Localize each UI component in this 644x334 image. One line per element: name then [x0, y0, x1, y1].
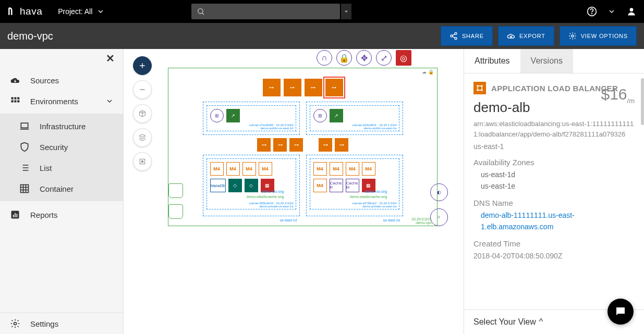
help-icon[interactable] — [587, 6, 597, 17]
tg-node[interactable]: ⊶ — [289, 138, 303, 152]
ec2-instance[interactable]: M4 — [362, 162, 375, 176]
cloud-download-icon — [10, 75, 20, 85]
resource-type-title: APPLICATION LOAD BALANCER — [491, 84, 618, 93]
tab-row: Attributes Versions — [464, 49, 644, 73]
route-table-icon[interactable]: ⊞ — [313, 109, 327, 122]
svg-rect-15 — [21, 185, 29, 193]
dns-value[interactable]: demo-alb-11111111.us-east-1.elb.amazonaw… — [473, 209, 635, 233]
chat-fab[interactable] — [607, 299, 634, 325]
scrollbar[interactable] — [641, 78, 644, 125]
az-private-1e[interactable]: M4 M4 M4 M4 M4 Cache R Cache M ▦ — [306, 155, 403, 216]
view-layers-button[interactable] — [133, 128, 152, 147]
svg-point-2 — [592, 14, 592, 14]
search-icon — [197, 7, 205, 16]
alb-node-selected[interactable]: ⊶ — [325, 79, 343, 96]
tg-node[interactable]: ⊶ — [319, 138, 332, 152]
ec2-instance[interactable]: M4 — [313, 162, 327, 176]
ec2-instance[interactable]: M4 — [330, 162, 343, 176]
ec2-instance[interactable]: M4 — [346, 162, 359, 176]
logo[interactable]: hava — [7, 6, 42, 17]
cache-m-node[interactable]: Cache M — [346, 179, 359, 192]
export-label: EXPORT — [519, 33, 545, 39]
alb-node[interactable]: ⊶ — [263, 79, 281, 96]
search-filter-dropdown[interactable] — [341, 4, 351, 19]
gear-icon — [568, 32, 577, 40]
sidebar-item-reports[interactable]: Reports — [0, 204, 123, 225]
user-icon[interactable] — [626, 6, 637, 17]
svg-point-7 — [572, 35, 574, 37]
sidebar-item-settings[interactable]: Settings — [0, 313, 123, 334]
nat-gateway-icon[interactable]: ↗ — [226, 109, 240, 122]
project-dropdown[interactable]: Project: All — [58, 7, 105, 16]
subnet-label: subnet-b23c2831 · 10.20.1.0/24demo-publi… — [353, 123, 397, 130]
search-input[interactable] — [191, 4, 340, 19]
private-subnet-1d[interactable]: M4 M4 M4 M4 MariaDB ◇ ◇ ▦ dem — [206, 158, 296, 209]
route-table-icon[interactable]: ⊞ — [210, 109, 224, 122]
alb-node[interactable]: ⊶ — [284, 79, 301, 96]
sidebar-close-button[interactable]: ✕ — [106, 52, 115, 65]
account-dropdown-icon[interactable] — [607, 7, 616, 16]
view-center-button[interactable] — [133, 152, 152, 171]
share-label: SHARE — [462, 33, 484, 39]
chevron-up-icon: ^ — [539, 317, 543, 327]
public-subnet-1d[interactable]: ⊞ ↗ subnet-27ec8289 · 10.20.0.0/24demo-p… — [206, 105, 296, 131]
tg-node[interactable]: ⊶ — [335, 138, 348, 152]
target-tool[interactable]: ◎ — [396, 50, 411, 66]
topbar: hava Project: All — [0, 0, 644, 23]
az-label: us-east-1d — [280, 218, 297, 222]
az-us-east-1e[interactable]: ⊞ ↗ subnet-b23c2831 · 10.20.1.0/24demo-p… — [306, 102, 403, 135]
svg-point-23 — [477, 85, 479, 87]
sidebar-item-sources[interactable]: Sources — [0, 70, 123, 91]
nav-label: Settings — [30, 319, 58, 328]
right-panel: Attributes Versions APPLICATION LOAD BAL… — [464, 49, 644, 334]
share-button[interactable]: SHARE — [441, 26, 493, 46]
lock-tool[interactable]: 🔒 — [336, 50, 352, 66]
alb-row: ⊶ ⊶ ⊶ ⊶ — [174, 79, 432, 96]
rds-mariadb[interactable]: MariaDB — [210, 179, 226, 192]
view-options-button[interactable]: VIEW OPTIONS — [560, 26, 637, 46]
move-tool[interactable]: ✥ — [356, 50, 372, 66]
ecs-node[interactable]: ◇ — [228, 179, 242, 192]
svg-rect-17 — [13, 215, 14, 217]
sidebar-item-environments[interactable]: Environments — [0, 91, 123, 112]
resource-arn: arn:aws:elasticloadbalancing:us-east-1:1… — [473, 119, 635, 139]
zoom-in-button[interactable] — [133, 56, 152, 75]
sidebar-item-infrastructure[interactable]: Infrastructure — [9, 116, 123, 137]
list-icon — [19, 163, 30, 173]
view-3d-button[interactable] — [133, 104, 152, 123]
ecs-node[interactable]: ◇ — [245, 179, 258, 192]
ec2-instance[interactable]: M4 — [210, 162, 224, 176]
ec2-instance[interactable]: M4 — [313, 179, 327, 192]
subnet-label: subnet-e5789dc2 · 10.20.5.0/24demo-priva… — [353, 202, 397, 208]
svg-point-3 — [630, 8, 634, 11]
sidebar-item-container[interactable]: Container — [9, 178, 123, 199]
tab-attributes[interactable]: Attributes — [464, 49, 520, 73]
private-subnet-1e[interactable]: M4 M4 M4 M4 M4 Cache R Cache M ▦ — [310, 158, 399, 209]
nat-gateway-icon[interactable]: ↗ — [330, 109, 343, 122]
expand-tool[interactable]: ⤢ — [376, 50, 392, 66]
tg-node[interactable]: ⊶ — [273, 138, 287, 152]
ec2-instance[interactable]: M4 — [242, 162, 256, 176]
az-us-east-1d[interactable]: ⊞ ↗ subnet-27ec8289 · 10.20.0.0/24demo-p… — [203, 102, 300, 135]
canvas-area[interactable]: ◐ ✧ ∩ 🔒 ✥ ⤢ ◎ ☁ 🔒 ⊶ ⊶ ⊶ ⊶ — [124, 49, 464, 334]
tg-node[interactable]: ⊶ — [257, 138, 271, 152]
ec2-instance[interactable]: M4 — [259, 162, 272, 176]
export-button[interactable]: EXPORT — [498, 26, 554, 46]
vpc-container[interactable]: ☁ 🔒 ⊶ ⊶ ⊶ ⊶ ⊞ ↗ sub — [168, 68, 438, 226]
tab-versions[interactable]: Versions — [520, 49, 573, 73]
cloud-download-icon — [507, 32, 515, 40]
ec2-instance[interactable]: M4 — [226, 162, 240, 176]
zoom-out-button[interactable] — [133, 80, 152, 99]
target-group-row: ⊶ ⊶ ⊶ ⊶ ⊶ — [174, 138, 432, 152]
panel-body: APPLICATION LOAD BALANCER $16/m demo-alb… — [464, 73, 644, 310]
dns-label: DNS Name — [473, 199, 635, 207]
az-label: Availability Zones — [473, 158, 635, 167]
sidebar-item-list[interactable]: List — [9, 157, 123, 178]
sidebar-item-security[interactable]: Security — [9, 137, 123, 157]
alb-node[interactable]: ⊶ — [305, 79, 322, 96]
cache-r-node[interactable]: Cache R — [330, 179, 343, 192]
shield-icon — [19, 142, 30, 152]
az-private-1d[interactable]: M4 M4 M4 M4 MariaDB ◇ ◇ ▦ dem — [203, 155, 300, 216]
public-subnet-1e[interactable]: ⊞ ↗ subnet-b23c2831 · 10.20.1.0/24demo-p… — [310, 105, 399, 131]
igw-tool[interactable]: ∩ — [317, 50, 332, 66]
